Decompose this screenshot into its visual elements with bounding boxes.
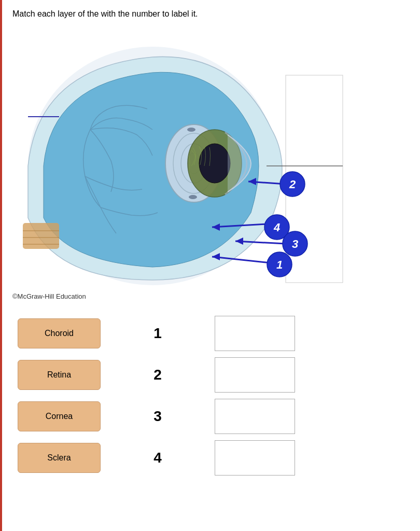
answer-box-1[interactable] — [215, 316, 295, 351]
label-retina[interactable]: Retina — [18, 360, 101, 390]
number-3: 3 — [132, 408, 184, 425]
label-sclera[interactable]: Sclera — [18, 443, 101, 473]
svg-text:2: 2 — [289, 178, 296, 191]
match-row-3: Cornea 3 — [18, 399, 410, 434]
match-row-1: Choroid 1 — [18, 316, 410, 351]
svg-point-11 — [199, 144, 230, 183]
eye-diagram-svg: 2 4 3 1 — [12, 26, 344, 285]
copyright-text: ©McGraw-Hill Education — [12, 292, 410, 300]
answer-box-2[interactable] — [215, 357, 295, 393]
number-4: 4 — [132, 450, 184, 466]
answer-box-3[interactable] — [215, 399, 295, 434]
label-cornea[interactable]: Cornea — [18, 401, 101, 431]
matching-section: Choroid 1 Retina 2 Cornea 3 Sclera 4 — [12, 316, 410, 482]
instruction-text: Match each layer of the with the number … — [12, 9, 410, 19]
svg-point-13 — [189, 195, 197, 199]
answer-box-4[interactable] — [215, 440, 295, 476]
number-1: 1 — [132, 325, 184, 342]
number-2: 2 — [132, 367, 184, 383]
label-choroid[interactable]: Choroid — [18, 318, 101, 348]
svg-text:3: 3 — [292, 237, 298, 250]
svg-point-12 — [187, 128, 195, 132]
match-row-2: Retina 2 — [18, 357, 410, 393]
page-container: Match each layer of the with the number … — [0, 0, 420, 531]
svg-text:4: 4 — [273, 221, 280, 234]
eye-diagram-container: 2 4 3 1 — [12, 26, 344, 290]
match-row-4: Sclera 4 — [18, 440, 410, 476]
svg-text:1: 1 — [276, 258, 283, 271]
svg-rect-2 — [23, 223, 59, 249]
